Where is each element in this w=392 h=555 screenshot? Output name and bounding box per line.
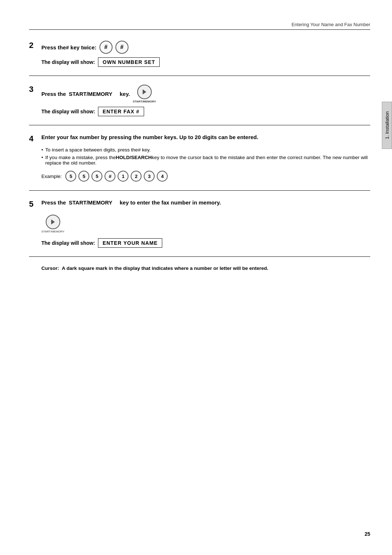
step4-bullet2-text: If you make a mistake, press theHOLD/SEA… [45,155,370,166]
page: 1. Installation Entering Your Name and F… [0,0,392,555]
step3-key-name: START/MEMORY [69,91,113,97]
step4-example-row: Example: 5 5 5 # 1 2 3 4 [41,171,370,182]
step5-prefix: Press the [41,199,66,206]
step5-display-row: The display will show: ENTER YOUR NAME [41,238,370,248]
sidebar-label: 1. Installation [384,112,390,139]
step5-row: 5 Press theSTART/MEMORY key to enter the… [29,199,370,209]
start-memory-label-3: START/MEMORY [133,100,156,103]
step4-bullet2: If you make a mistake, press theHOLD/SEA… [41,155,370,166]
page-header: Entering Your Name and Fax Number [29,22,370,30]
step4-row: 4 Enter your fax number by pressing the … [29,134,370,143]
example-key-2: 2 [131,171,142,182]
step3-display-label: The display will show: [41,109,95,114]
step4-text: Enter your fax number by pressing the nu… [41,134,258,140]
step2-row: 2 Press the# key twice: # # [29,41,370,54]
step2-section: 2 Press the# key twice: # # The display … [29,41,370,76]
example-key-hash: # [105,171,115,182]
step3-instruction: Press theSTART/MEMORY key. START/MEMORY [41,85,156,103]
step2-instruction: Press the# key twice: # # [41,41,128,54]
start-memory-key-3: START/MEMORY [133,85,156,103]
step3-suffix: key. [120,91,130,97]
cursor-label: Cursor: [41,266,59,271]
step4-instruction: Enter your fax number by pressing the nu… [41,134,258,140]
hash-key-2: # [115,41,128,54]
step5-key-name: START/MEMORY [69,199,113,206]
step2-number: 2 [29,41,37,50]
step4-bullet1: To insert a space between digits, press … [41,147,370,153]
step4-example-label: Example: [41,174,62,179]
step3-display-row: The display will show: ENTER FAX # [41,107,370,116]
header-text: Entering Your Name and Fax Number [291,22,370,27]
example-key-4: 4 [157,171,168,182]
step5-suffix: key to enter the fax number in memory. [120,199,221,206]
step3-row: 3 Press theSTART/MEMORY key. START/MEMOR… [29,85,370,103]
step3-section: 3 Press theSTART/MEMORY key. START/MEMOR… [29,85,370,125]
example-key-5c: 5 [91,171,102,182]
step2-display-row: The display will show: OWN NUMBER SET [41,57,370,67]
step2-text: Press the# key twice: [41,44,97,50]
step2-display-value: OWN NUMBER SET [98,57,160,67]
step5-display-label: The display will show: [41,240,95,246]
start-memory-icon-3 [137,85,152,99]
step4-bullets: To insert a space between digits, press … [41,147,370,166]
step3-number: 3 [29,85,37,94]
step4-bullet1-text: To insert a space between digits, press … [45,147,151,153]
step3-prefix: Press the [41,91,66,97]
page-number: 25 [364,531,370,537]
start-memory-label-5: START/MEMORY [41,230,65,233]
step5-display-value: ENTER YOUR NAME [98,238,163,248]
step5-section: 5 Press theSTART/MEMORY key to enter the… [29,199,370,257]
step4-number: 4 [29,134,37,143]
step5-number: 5 [29,199,37,209]
step4-section: 4 Enter your fax number by pressing the … [29,134,370,191]
example-key-5b: 5 [78,171,89,182]
step5-instruction: Press theSTART/MEMORY key to enter the f… [41,199,221,206]
step5-key-block: START/MEMORY [41,215,65,233]
main-area: Entering Your Name and Fax Number 2 Pres… [22,0,377,555]
step2-display-label: The display will show: [41,59,95,65]
cursor-note: Cursor: A dark square mark in the displa… [41,266,370,271]
example-key-1: 1 [118,171,128,182]
start-memory-icon-5 [46,215,60,229]
example-key-3: 3 [144,171,155,182]
sidebar-tab: 1. Installation [382,102,392,149]
step3-display-value: ENTER FAX # [98,107,144,116]
hash-key-1: # [99,41,113,54]
cursor-text: A dark square mark in the display that i… [62,266,268,271]
example-key-5a: 5 [65,171,76,182]
